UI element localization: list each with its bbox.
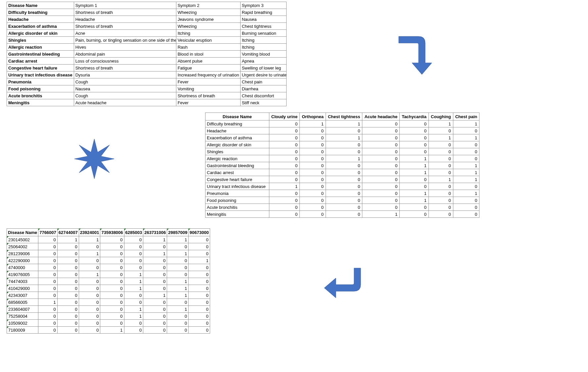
value-cell: 0 xyxy=(57,285,79,292)
symptom-cell: Hives xyxy=(74,44,176,51)
code-cell: 7180009 xyxy=(7,327,38,334)
value-cell: 0 xyxy=(300,176,326,183)
value-cell: 0 xyxy=(57,306,79,313)
symptom-cell: Nausea xyxy=(74,85,176,92)
value-cell: 0 xyxy=(124,236,143,243)
value-cell: 0 xyxy=(100,243,124,250)
value-cell: 0 xyxy=(143,320,167,327)
value-cell: 1 xyxy=(429,134,453,141)
value-cell: 0 xyxy=(79,299,100,306)
disease-cell: Exacerbation of asthma xyxy=(205,134,269,141)
value-cell: 0 xyxy=(429,162,453,169)
value-cell: 0 xyxy=(57,299,79,306)
symptom-cell: Vomiting xyxy=(176,85,240,92)
disease-cell: Pneumonia xyxy=(7,78,74,85)
value-cell: 0 xyxy=(124,299,143,306)
value-cell: 0 xyxy=(143,271,167,278)
value-cell: 0 xyxy=(362,120,400,127)
code-cell: 10509002 xyxy=(7,320,38,327)
value-cell: 0 xyxy=(38,327,58,334)
header-row: Disease Name7766007627440072392400173593… xyxy=(7,229,210,236)
value-cell: 0 xyxy=(300,169,326,176)
value-cell: 0 xyxy=(189,271,210,278)
symptom-cell: Diarrhea xyxy=(240,85,286,92)
value-cell: 1 xyxy=(100,327,124,334)
th-disease: Disease Name xyxy=(7,229,38,236)
value-cell: 0 xyxy=(189,236,210,243)
value-cell: 0 xyxy=(57,257,79,264)
symptom-cell: Chest tightness xyxy=(240,23,286,30)
th-code: 735938006 xyxy=(100,229,124,236)
disease-cell: Shingles xyxy=(7,37,74,44)
value-cell: 0 xyxy=(189,285,210,292)
value-cell: 0 xyxy=(100,299,124,306)
disease-cell: Urinary tract infectious disease xyxy=(7,71,74,78)
symptom-cell: Burning sensation xyxy=(240,30,286,37)
th-code: 23924001 xyxy=(79,229,100,236)
symptom-cell: Headache xyxy=(74,16,176,23)
code-binary-table: Disease Name7766007627440072392400173593… xyxy=(7,228,210,334)
disease-cell: Congestive heart failure xyxy=(7,65,74,71)
value-cell: 0 xyxy=(167,327,189,334)
disease-cell: Exacerbation of asthma xyxy=(7,23,74,30)
value-cell: 0 xyxy=(362,155,400,162)
symptom-cell: Nausea xyxy=(240,16,286,23)
value-cell: 0 xyxy=(429,183,453,190)
value-cell: 0 xyxy=(100,236,124,243)
value-cell: 0 xyxy=(38,278,58,285)
code-cell: 68566005 xyxy=(7,299,38,306)
symptom-cell: Increased frequency of urination xyxy=(176,71,240,78)
value-cell: 0 xyxy=(362,134,400,141)
value-cell: 0 xyxy=(38,271,58,278)
value-cell: 1 xyxy=(167,285,189,292)
value-cell: 0 xyxy=(100,271,124,278)
value-cell: 0 xyxy=(362,162,400,169)
table-row: 474000000000000 xyxy=(7,264,210,271)
value-cell: 1 xyxy=(124,306,143,313)
value-cell: 0 xyxy=(57,243,79,250)
disease-cell: Cardiac arrest xyxy=(7,58,74,65)
value-cell: 0 xyxy=(143,313,167,320)
value-cell: 0 xyxy=(300,197,326,204)
symptom-cell: Blood in stool xyxy=(176,51,240,58)
th-code: 62744007 xyxy=(57,229,79,236)
value-cell: 0 xyxy=(400,127,429,134)
value-cell: 0 xyxy=(189,327,210,334)
disease-cell: Food poisoning xyxy=(205,197,269,204)
disease-cell: Difficulty breathing xyxy=(205,120,269,127)
th-code: 29857009 xyxy=(167,229,189,236)
value-cell: 0 xyxy=(300,148,326,155)
value-cell: 0 xyxy=(189,320,210,327)
value-cell: 1 xyxy=(453,176,479,183)
th-s3: Symptom 3 xyxy=(240,2,286,9)
value-cell: 1 xyxy=(326,134,362,141)
value-cell: 0 xyxy=(429,190,453,197)
value-cell: 0 xyxy=(300,155,326,162)
value-cell: 0 xyxy=(38,250,58,257)
disease-cell: Headache xyxy=(7,16,74,23)
value-cell: 0 xyxy=(326,204,362,211)
symptom-cell: Fatigue xyxy=(176,65,240,71)
value-cell: 0 xyxy=(326,197,362,204)
table-row: 23360400700001010 xyxy=(7,306,210,313)
symptom-cell: Shortness of breath xyxy=(74,65,176,71)
value-cell: 0 xyxy=(326,176,362,183)
value-cell: 0 xyxy=(189,278,210,285)
value-cell: 0 xyxy=(124,243,143,250)
th-code: 6285003 xyxy=(124,229,143,236)
value-cell: 0 xyxy=(400,141,429,148)
th-symptom: Orthopnea xyxy=(300,113,326,120)
error-indicator-icon xyxy=(7,299,9,301)
value-cell: 0 xyxy=(100,285,124,292)
value-cell: 0 xyxy=(326,141,362,148)
value-cell: 0 xyxy=(400,183,429,190)
th-symptom: Acute headache xyxy=(362,113,400,120)
symptom-cell: Pain, burning, or tingling sensation on … xyxy=(74,37,176,44)
code-cell: 233604007 xyxy=(7,306,38,313)
value-cell: 1 xyxy=(124,278,143,285)
value-cell: 1 xyxy=(453,162,479,169)
value-cell: 0 xyxy=(362,176,400,183)
value-cell: 0 xyxy=(326,190,362,197)
arrow-down-left-icon xyxy=(321,265,371,304)
value-cell: 0 xyxy=(453,204,479,211)
